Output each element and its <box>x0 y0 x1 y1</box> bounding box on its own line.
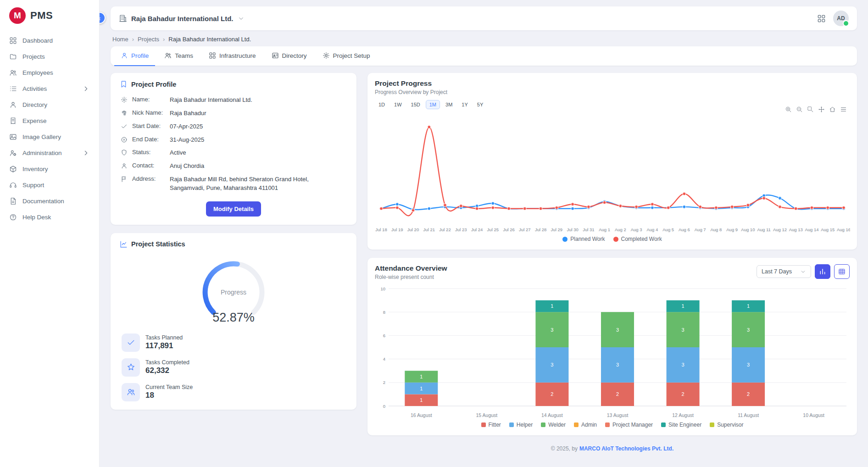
attendance-header: Attendance Overview Role-wise present co… <box>375 264 850 280</box>
legend-helper[interactable]: Helper <box>509 422 533 428</box>
range-1d-button[interactable]: 1D <box>375 100 389 109</box>
range-1y-button[interactable]: 1Y <box>458 100 471 109</box>
sidebar-item-image-gallery[interactable]: Image Gallery <box>5 129 95 145</box>
field-value: 07-Apr-2025 <box>170 122 203 131</box>
dashboard-icon <box>9 37 17 44</box>
bar-view-toggle-button[interactable] <box>815 264 830 279</box>
home-button[interactable] <box>829 106 836 113</box>
legend-completed-work[interactable]: Completed Work <box>613 236 662 242</box>
range-1m-button[interactable]: 1M <box>426 100 440 109</box>
company-selector[interactable]: Raja Bahadur International Ltd. <box>119 14 245 22</box>
footer-link[interactable]: MARCO AIoT Technologies Pvt. Ltd. <box>579 445 673 452</box>
activities-icon <box>9 85 17 93</box>
bookmark-icon <box>120 80 128 88</box>
building-icon <box>119 14 127 22</box>
sidebar-item-activities[interactable]: Activities <box>5 81 95 96</box>
svg-text:10: 10 <box>380 286 385 291</box>
sidebar-item-label: Help Desk <box>22 214 90 221</box>
attendance-range-select[interactable]: Last 7 Days <box>757 265 811 278</box>
legend-label: Completed Work <box>621 236 662 242</box>
fingerprint-icon <box>121 110 128 117</box>
zoom-out-button[interactable] <box>796 106 803 113</box>
breadcrumb-item-home[interactable]: Home <box>112 36 128 43</box>
legend-label: Helper <box>517 422 533 428</box>
gauge-label: Progress <box>221 289 246 296</box>
tab-directory[interactable]: Directory <box>265 46 313 66</box>
sidebar-item-label: Inventory <box>22 166 90 172</box>
zoom-out-icon <box>796 106 803 113</box>
sidebar-collapse-button[interactable]: ‹ <box>100 12 106 24</box>
sidebar-item-inventory[interactable]: Inventory <box>5 161 95 177</box>
modify-details-button[interactable]: Modify Details <box>206 201 261 217</box>
sidebar-item-documentation[interactable]: Documentation <box>5 194 95 209</box>
svg-text:Aug 2: Aug 2 <box>615 227 626 232</box>
legend-label: Admin <box>581 422 597 428</box>
legend-planned-work[interactable]: Planned Work <box>562 236 605 242</box>
legend-fitter[interactable]: Fitter <box>481 422 501 428</box>
legend-admin[interactable]: Admin <box>574 422 597 428</box>
menu-button[interactable] <box>840 106 847 113</box>
tab-teams[interactable]: Teams <box>158 46 200 66</box>
documentation-icon <box>9 197 17 205</box>
breadcrumb-item-raja-bahadur-international-ltd[interactable]: Raja Bahadur International Ltd. <box>168 36 251 43</box>
sidebar-item-directory[interactable]: Directory <box>5 97 95 112</box>
logo-icon: M <box>9 7 26 24</box>
tab-profile[interactable]: Profile <box>114 46 155 66</box>
svg-text:Jul 27: Jul 27 <box>519 227 530 232</box>
range-1w-button[interactable]: 1W <box>390 100 406 109</box>
svg-text:3: 3 <box>747 362 750 367</box>
sidebar-item-help-desk[interactable]: Help Desk <box>5 210 95 225</box>
tab-project-setup[interactable]: Project Setup <box>316 46 377 66</box>
sidebar-item-expense[interactable]: Expense <box>5 113 95 128</box>
breadcrumb-separator: › <box>132 36 134 43</box>
zoom-in-icon <box>785 106 792 113</box>
chart-line-icon <box>120 240 128 248</box>
tab-label: Profile <box>131 52 149 59</box>
range-5y-button[interactable]: 5Y <box>473 100 487 109</box>
field-label: Address: <box>132 175 165 182</box>
field-label: Start Date: <box>132 122 165 129</box>
legend-welder[interactable]: Welder <box>541 422 566 428</box>
app-logo[interactable]: M PMS <box>0 0 99 30</box>
legend-supervisor[interactable]: Supervisor <box>710 422 743 428</box>
line-chart-legend: Planned WorkCompleted Work <box>375 235 850 244</box>
pan-button[interactable] <box>818 106 825 113</box>
apps-grid-button[interactable] <box>817 14 826 23</box>
stat-label: Tasks Completed <box>145 359 189 366</box>
tab-bar: ProfileTeamsInfrastructureDirectoryProje… <box>111 46 857 66</box>
help-desk-icon <box>9 213 17 221</box>
sidebar-item-employees[interactable]: Employees <box>5 65 95 80</box>
pan-icon <box>818 106 825 113</box>
app-root: M PMS DashboardProjectsEmployeesActiviti… <box>0 0 868 467</box>
user-avatar[interactable]: AD <box>833 11 849 26</box>
legend-site-engineer[interactable]: Site Engineer <box>661 422 701 428</box>
menu-icon <box>840 106 847 113</box>
field-value: Raja Bahadur International Ltd. <box>170 96 252 105</box>
svg-text:Aug 14: Aug 14 <box>805 227 818 232</box>
sidebar-item-label: Image Gallery <box>22 133 90 140</box>
sidebar-item-projects[interactable]: Projects <box>5 49 95 64</box>
legend-project-manager[interactable]: Project Manager <box>605 422 653 428</box>
zoom-in-button[interactable] <box>785 106 792 113</box>
people-icon <box>164 52 172 59</box>
range-3m-button[interactable]: 3M <box>442 100 456 109</box>
statistics-card-header: Project Statistics <box>120 240 347 248</box>
gear-icon <box>323 52 330 59</box>
project-progress-chart[interactable]: Jul 18Jul 19Jul 20Jul 21Jul 22Jul 23Jul … <box>375 110 850 235</box>
sidebar-item-administration[interactable]: Administration <box>5 145 95 161</box>
selection-zoom-button[interactable] <box>807 106 814 113</box>
svg-text:Aug 11: Aug 11 <box>757 227 770 232</box>
sidebar-item-dashboard[interactable]: Dashboard <box>5 33 95 48</box>
x-circle-icon <box>121 136 128 143</box>
table-view-toggle-button[interactable] <box>834 264 850 279</box>
sidebar-item-label: Documentation <box>22 198 90 205</box>
breadcrumb-item-projects[interactable]: Projects <box>138 36 159 43</box>
svg-text:16 August: 16 August <box>411 412 432 418</box>
attendance-chart[interactable]: 024681016 August11115 August14 August233… <box>375 283 850 421</box>
legend-label: Planned Work <box>570 236 605 242</box>
bookmark-icon <box>120 80 128 88</box>
range-15d-button[interactable]: 15D <box>407 100 424 109</box>
check-icon <box>121 123 128 130</box>
tab-infrastructure[interactable]: Infrastructure <box>202 46 262 66</box>
sidebar-item-support[interactable]: Support <box>5 178 95 193</box>
